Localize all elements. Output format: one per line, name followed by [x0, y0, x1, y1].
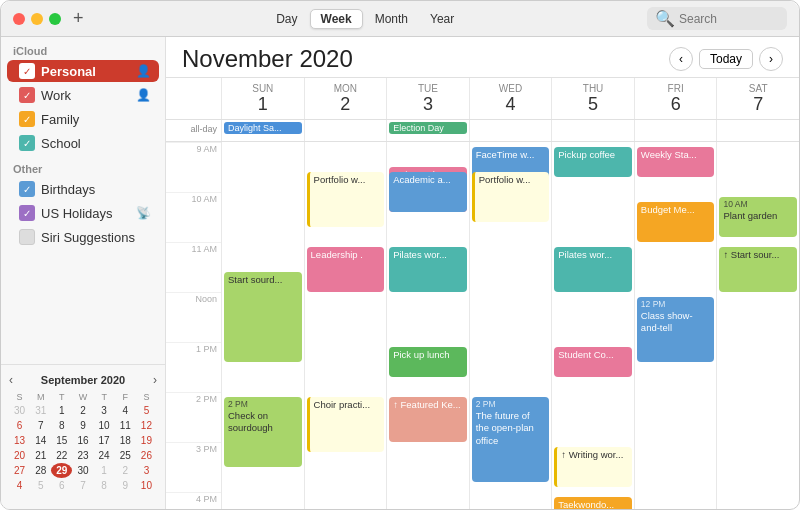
mini-day-24[interactable]: 24	[94, 448, 115, 463]
col-wed-4[interactable]	[469, 492, 552, 509]
event-pickup-coffee[interactable]: Pickup coffee	[554, 147, 632, 177]
event-pilates-tue[interactable]: Pilates wor...	[389, 247, 467, 292]
mini-day-7b[interactable]: 7	[72, 478, 93, 493]
event-pilates-thu[interactable]: Pilates wor...	[554, 247, 632, 292]
tab-month[interactable]: Month	[365, 10, 418, 28]
mini-day-13[interactable]: 13	[9, 433, 30, 448]
event-academic[interactable]: Academic a...	[389, 172, 467, 212]
tab-week[interactable]: Week	[310, 9, 363, 29]
col-sun-4[interactable]	[221, 492, 304, 509]
sidebar-item-us-holidays[interactable]: ✓ US Holidays 📡	[7, 202, 159, 224]
col-fri-11[interactable]	[634, 242, 717, 292]
col-sun-noon[interactable]: Start sourd...	[221, 292, 304, 342]
tab-day[interactable]: Day	[266, 10, 307, 28]
col-sun-9[interactable]	[221, 142, 304, 192]
col-fri-10[interactable]: Budget Me...	[634, 192, 717, 242]
col-mon-10[interactable]: Portfolio w...	[304, 192, 387, 242]
close-button[interactable]	[13, 13, 25, 25]
mini-day-1[interactable]: 1	[51, 403, 72, 418]
event-class-show[interactable]: 12 PM Class show-and-tell	[637, 297, 715, 362]
mini-day-31a[interactable]: 31	[30, 403, 51, 418]
mini-day-5b[interactable]: 5	[30, 478, 51, 493]
col-mon-1[interactable]	[304, 342, 387, 392]
mini-day-10[interactable]: 10	[94, 418, 115, 433]
sidebar-item-school[interactable]: ✓ School	[7, 132, 159, 154]
mini-day-29[interactable]: 29	[51, 463, 72, 478]
cal-next-button[interactable]: ›	[759, 47, 783, 71]
event-plant-garden[interactable]: 10 AM Plant garden	[719, 197, 797, 237]
col-tue-4[interactable]	[386, 492, 469, 509]
col-sat-3[interactable]	[716, 442, 799, 492]
mini-day-11[interactable]: 11	[115, 418, 136, 433]
col-sat-10[interactable]: 10 AM Plant garden	[716, 192, 799, 242]
mini-day-6b[interactable]: 6	[51, 478, 72, 493]
mini-day-15[interactable]: 15	[51, 433, 72, 448]
col-fri-9[interactable]: Weekly Sta...	[634, 142, 717, 192]
col-thu-2[interactable]	[551, 392, 634, 442]
col-fri-2[interactable]	[634, 392, 717, 442]
mini-day-1b[interactable]: 1	[94, 463, 115, 478]
mini-day-19[interactable]: 19	[136, 433, 157, 448]
col-sat-1[interactable]	[716, 342, 799, 392]
col-sat-9[interactable]	[716, 142, 799, 192]
today-button[interactable]: Today	[699, 49, 753, 69]
mini-day-4[interactable]: 4	[115, 403, 136, 418]
mini-day-25[interactable]: 25	[115, 448, 136, 463]
mini-day-10b[interactable]: 10	[136, 478, 157, 493]
mini-day-17[interactable]: 17	[94, 433, 115, 448]
mini-day-3b[interactable]: 3	[136, 463, 157, 478]
event-start-sour-sat[interactable]: ↑ Start sour...	[719, 247, 797, 292]
mini-day-16[interactable]: 16	[72, 433, 93, 448]
col-mon-2[interactable]: Choir practi...	[304, 392, 387, 442]
col-sat-noon[interactable]	[716, 292, 799, 342]
search-input[interactable]	[679, 12, 779, 26]
mini-day-20[interactable]: 20	[9, 448, 30, 463]
col-tue-noon[interactable]	[386, 292, 469, 342]
sidebar-item-birthdays[interactable]: ✓ Birthdays	[7, 178, 159, 200]
mini-cal-prev[interactable]: ‹	[9, 373, 13, 387]
mini-day-12[interactable]: 12	[136, 418, 157, 433]
mini-day-3[interactable]: 3	[94, 403, 115, 418]
tab-year[interactable]: Year	[420, 10, 464, 28]
col-sun-2[interactable]: 2 PM Check on sourdough	[221, 392, 304, 442]
sidebar-item-siri-suggestions[interactable]: Siri Suggestions	[7, 226, 159, 248]
mini-day-26[interactable]: 26	[136, 448, 157, 463]
mini-day-8[interactable]: 8	[51, 418, 72, 433]
event-portfolio-mon[interactable]: Portfolio w...	[307, 172, 385, 227]
col-thu-noon[interactable]	[551, 292, 634, 342]
fullscreen-button[interactable]	[49, 13, 61, 25]
mini-day-6[interactable]: 6	[9, 418, 30, 433]
col-tue-10[interactable]: Academic a...	[386, 192, 469, 242]
mini-day-7[interactable]: 7	[30, 418, 51, 433]
event-election-day[interactable]: Election Day	[389, 122, 467, 134]
col-tue-1[interactable]: Pick up lunch	[386, 342, 469, 392]
col-fri-3[interactable]	[634, 442, 717, 492]
col-tue-11[interactable]: Pilates wor...	[386, 242, 469, 292]
event-featured-ke[interactable]: ↑ Featured Ke...	[389, 397, 467, 442]
mini-day-30a[interactable]: 30	[9, 403, 30, 418]
event-pick-lunch[interactable]: Pick up lunch	[389, 347, 467, 377]
mini-day-4b[interactable]: 4	[9, 478, 30, 493]
sidebar-item-family[interactable]: ✓ Family	[7, 108, 159, 130]
mini-day-2[interactable]: 2	[72, 403, 93, 418]
col-thu-4[interactable]: Taekwondo...	[551, 492, 634, 509]
col-wed-noon[interactable]	[469, 292, 552, 342]
col-mon-noon[interactable]	[304, 292, 387, 342]
col-sat-2[interactable]	[716, 392, 799, 442]
col-sat-11[interactable]: ↑ Start sour...	[716, 242, 799, 292]
mini-cal-next[interactable]: ›	[153, 373, 157, 387]
mini-day-5[interactable]: 5	[136, 403, 157, 418]
mini-day-22[interactable]: 22	[51, 448, 72, 463]
mini-day-23[interactable]: 23	[72, 448, 93, 463]
col-fri-noon[interactable]: 12 PM Class show-and-tell	[634, 292, 717, 342]
mini-day-2b[interactable]: 2	[115, 463, 136, 478]
col-tue-2[interactable]: ↑ Featured Ke...	[386, 392, 469, 442]
mini-day-28[interactable]: 28	[30, 463, 51, 478]
mini-day-18[interactable]: 18	[115, 433, 136, 448]
sidebar-item-personal[interactable]: ✓ Personal 👤	[7, 60, 159, 82]
sidebar-item-work[interactable]: ✓ Work 👤	[7, 84, 159, 106]
col-mon-4[interactable]	[304, 492, 387, 509]
col-mon-11[interactable]: Leadership .	[304, 242, 387, 292]
event-student-co[interactable]: Student Co...	[554, 347, 632, 377]
col-thu-3[interactable]: ↑ Writing wor...	[551, 442, 634, 492]
